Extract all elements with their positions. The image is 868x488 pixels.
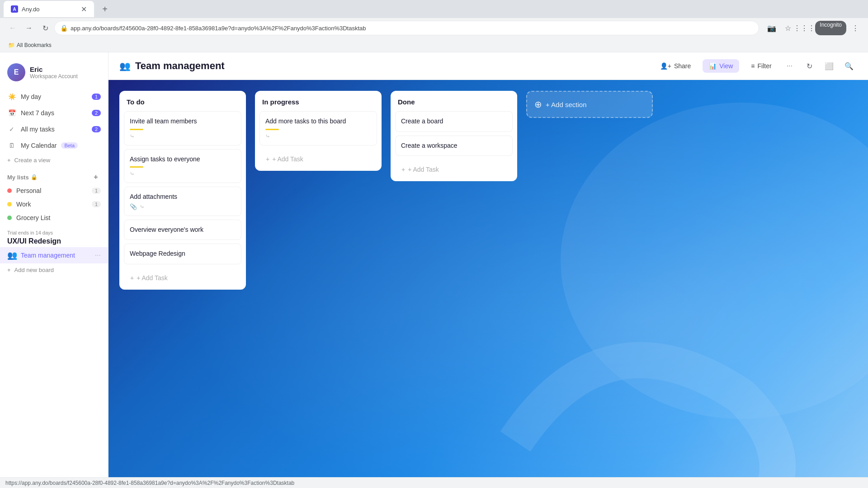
lock-icon: 🔒 xyxy=(31,174,38,180)
sidebar-item-all-my-tasks[interactable]: ✓ All my tasks 2 xyxy=(0,121,108,137)
lock-icon: 🔒 xyxy=(60,24,68,32)
board-area: To do Invite all team members ⤷ Assign t… xyxy=(108,80,868,477)
add-section-column[interactable]: ⊕ + Add section xyxy=(526,91,653,118)
task-card-add-more-tasks[interactable]: Add more tasks to this board ⤷ xyxy=(259,111,377,145)
filter-button[interactable]: ≡ Filter xyxy=(745,59,778,73)
my-lists-header: My lists 🔒 + xyxy=(0,167,108,184)
task-card-assign-tasks[interactable]: Assign tasks to everyone ⤷ xyxy=(124,149,241,183)
task-list-in-progress: Add more tasks to this board ⤷ xyxy=(255,109,382,149)
add-task-done-button[interactable]: + + Add Task xyxy=(394,161,514,178)
browser-controls: ← → ↻ 🔒 app.any.do/boards/f245600a-28f0-… xyxy=(0,18,868,38)
sidebar-item-my-day[interactable]: ☀️ My day 1 xyxy=(0,89,108,105)
board-content: To do Invite all team members ⤷ Assign t… xyxy=(108,80,868,477)
badge-next-7-days: 2 xyxy=(92,110,101,116)
nav-label-next-7-days: Next 7 days xyxy=(21,109,54,117)
add-task-label: + Add Task xyxy=(137,274,168,282)
trial-badge: Trial ends in 14 days xyxy=(7,230,101,235)
task-title: Overview everyone's work xyxy=(130,225,236,235)
task-card-add-attachments[interactable]: Add attachments 📎 ⤷ xyxy=(124,187,241,216)
workspace-nav-item-team-management[interactable]: 👥 Team management ··· xyxy=(0,247,108,263)
view-button[interactable]: 📊 View xyxy=(703,59,739,73)
column-todo: To do Invite all team members ⤷ Assign t… xyxy=(119,91,246,290)
workspace-nav-label: Team management xyxy=(21,252,75,259)
add-section-button[interactable]: ⊕ + Add section xyxy=(534,99,586,110)
new-tab-button[interactable]: + xyxy=(98,2,112,16)
calendar-icon: 🗓 xyxy=(7,141,16,150)
board-header: 👥 Team management 👤+ Share 📊 View ≡ Filt… xyxy=(108,52,868,80)
nav-label-my-day: My day xyxy=(21,93,41,100)
subtask-icon: ⤷ xyxy=(130,170,135,177)
share-button[interactable]: 👤+ Share xyxy=(654,59,698,73)
ellipsis-icon: ··· xyxy=(787,62,793,70)
user-info: Eric Workspace Account xyxy=(30,66,78,80)
task-title: Invite all team members xyxy=(130,117,236,126)
folder-icon: 📁 xyxy=(8,42,15,48)
add-list-button[interactable]: + xyxy=(91,172,101,182)
team-icon: 👥 xyxy=(7,250,17,260)
board-icon: 👥 xyxy=(119,61,131,71)
incognito-badge: Incognito xyxy=(815,21,846,35)
browser-tab[interactable]: A Any.do ✕ xyxy=(4,1,94,17)
share-icon: 👤+ xyxy=(660,62,671,70)
list-label-personal: Personal xyxy=(16,187,41,194)
camera-icon[interactable]: 📷 xyxy=(764,21,779,35)
task-title: Create a board xyxy=(401,117,507,126)
task-card-webpage-redesign[interactable]: Webpage Redesign xyxy=(124,244,241,264)
list-label-work: Work xyxy=(16,201,31,208)
create-view-button[interactable]: + Create a view xyxy=(0,154,108,167)
tab-close-button[interactable]: ✕ xyxy=(81,5,87,14)
refresh-button[interactable]: ↻ xyxy=(801,58,817,74)
attachment-icon: 📎 xyxy=(130,203,137,210)
list-item-personal[interactable]: Personal 1 xyxy=(0,184,108,197)
reload-button[interactable]: ↻ xyxy=(38,21,52,35)
my-lists-label: My lists xyxy=(7,174,29,181)
task-actions: ⤷ xyxy=(130,133,236,140)
forward-button[interactable]: → xyxy=(22,21,36,35)
task-list-todo: Invite all team members ⤷ Assign tasks t… xyxy=(119,109,246,268)
task-list-done: Create a board Create a workspace xyxy=(391,109,517,160)
sidebar-item-my-calendar[interactable]: 🗓 My Calendar Beta xyxy=(0,137,108,154)
column-header-todo: To do xyxy=(119,91,246,109)
check-all-icon: ✓ xyxy=(7,125,16,134)
sidebar-item-next-7-days[interactable]: 📅 Next 7 days 2 xyxy=(0,105,108,121)
avatar: E xyxy=(7,63,25,81)
subtask-icon: ⤷ xyxy=(130,133,135,140)
badge-all-tasks: 2 xyxy=(92,126,101,132)
bookmarks-folder[interactable]: 📁 All Bookmarks xyxy=(5,41,54,49)
workspace-more-icon[interactable]: ··· xyxy=(95,251,101,259)
status-bar: https://app.any.do/boards/f245600a-28f0-… xyxy=(0,477,868,488)
plus-circle-icon: ⊕ xyxy=(534,99,542,110)
address-bar[interactable]: 🔒 app.any.do/boards/f245600a-28f0-4892-8… xyxy=(54,21,759,35)
list-item-work[interactable]: Work 1 xyxy=(0,197,108,211)
list-item-grocery[interactable]: Grocery List xyxy=(0,211,108,225)
task-card-invite-team[interactable]: Invite all team members ⤷ xyxy=(124,111,241,145)
search-button[interactable]: 🔍 xyxy=(841,58,857,74)
bookmark-label: All Bookmarks xyxy=(17,42,52,48)
add-task-todo-button[interactable]: + + Add Task xyxy=(123,270,242,286)
workspace-section: Trial ends in 14 days UX/UI Redesign xyxy=(0,225,108,247)
sidebar: E Eric Workspace Account ☀️ My day 1 📅 N… xyxy=(0,52,108,477)
add-task-inprogress-button[interactable]: + + Add Task xyxy=(259,151,378,167)
task-card-overview[interactable]: Overview everyone's work xyxy=(124,220,241,240)
task-title: Assign tasks to everyone xyxy=(130,155,236,164)
task-progress-bar xyxy=(130,166,143,168)
task-card-create-board[interactable]: Create a board xyxy=(395,111,513,132)
add-board-button[interactable]: + Add new board xyxy=(0,263,108,277)
layout-button[interactable]: ⬜ xyxy=(821,58,837,74)
task-title: Webpage Redesign xyxy=(130,249,236,258)
board-title-area: 👥 Team management xyxy=(119,60,225,72)
more-options-button[interactable]: ··· xyxy=(783,59,796,73)
task-card-create-workspace[interactable]: Create a workspace xyxy=(395,136,513,156)
extensions-button[interactable]: ⋮ xyxy=(848,21,863,35)
user-profile: E Eric Workspace Account xyxy=(0,60,108,89)
workspace-nav: 👥 Team management ··· xyxy=(0,247,108,263)
back-button[interactable]: ← xyxy=(5,21,20,35)
add-task-label: + Add Task xyxy=(408,166,439,173)
address-text: app.any.do/boards/f245600a-28f0-4892-8fe… xyxy=(71,25,366,32)
grid-icon[interactable]: ⋮⋮⋮ xyxy=(797,21,811,35)
calendar-week-icon: 📅 xyxy=(7,108,16,117)
user-account: Workspace Account xyxy=(30,73,78,80)
plus-icon: + xyxy=(130,274,134,282)
sun-icon: ☀️ xyxy=(7,92,16,101)
plus-icon: + xyxy=(7,267,11,273)
